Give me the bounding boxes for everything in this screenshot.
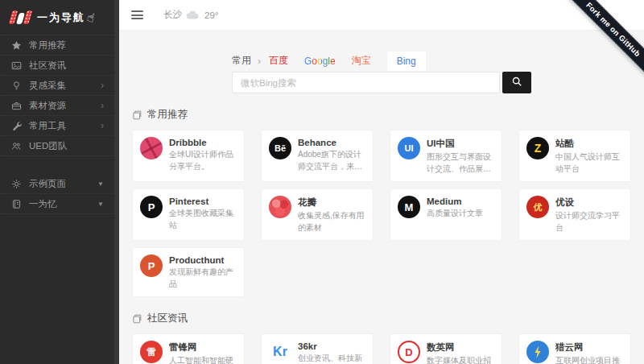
site-card[interactable]: P Producthunt 发现新鲜有趣的产品 (132, 247, 245, 297)
chevron-right-icon: › (101, 100, 104, 111)
site-icon: P (140, 196, 163, 218)
sidebar-item-label: 社区资讯 (29, 60, 104, 72)
chevron-right-icon: › (101, 120, 104, 131)
site-card[interactable]: UI UI中国 图形交互与界面设计交流、作品展示、学习平台。 (390, 130, 502, 182)
sidebar-item-example-pages[interactable]: 示例页面 ▼ (0, 174, 114, 194)
site-card[interactable]: 雷 雷锋网 人工智能和智能硬件领域的互联网科技媒体 (132, 333, 245, 364)
site-card[interactable]: 优 优设 设计师交流学习平台 (518, 188, 631, 241)
sidebar-item-resources[interactable]: 素材资源 › (0, 96, 114, 116)
site-card-text: Producthunt 发现新鲜有趣的产品 (169, 254, 237, 290)
search-button[interactable] (502, 72, 531, 93)
site-card[interactable]: D 数英网 数字媒体及职业招聘网站 (390, 333, 502, 364)
search-box (232, 72, 531, 93)
site-desc: 高质量设计文章 (427, 208, 483, 220)
sidebar-item-yiweiyi[interactable]: 一为忆 ▼ (0, 194, 114, 214)
site-icon (269, 196, 291, 218)
site-icon: UI (398, 137, 420, 159)
site-title: 优设 (555, 196, 623, 209)
site-name: 一为导航 (37, 10, 85, 25)
site-card-text: 猎云网 互联网创业项目推荐和创业创新资讯 (555, 341, 623, 364)
sidebar-item-inspiration[interactable]: 灵感采集 › (0, 76, 114, 96)
site-desc: 全球UI设计师作品分享平台。 (169, 149, 237, 172)
sidebar-item-label: 常用工具 (29, 120, 101, 132)
site-icon (526, 341, 549, 363)
weather-temperature: 29° (204, 10, 218, 20)
search-engine-tabs: 常用 › 百度 Google 淘宝 Bing (232, 50, 531, 72)
site-card-text: 数英网 数字媒体及职业招聘网站 (427, 341, 494, 364)
site-card[interactable]: Kr 36kr 创业资讯、科技新闻 (261, 333, 374, 364)
site-card[interactable]: Z 站酷 中国人气设计师互动平台 (518, 130, 631, 182)
site-card-text: Medium 高质量设计文章 (427, 196, 483, 220)
site-card-text: Dribbble 全球UI设计师作品分享平台。 (169, 137, 237, 172)
sidebar-item-community[interactable]: 社区资讯 (0, 56, 114, 76)
site-icon: D (398, 341, 420, 363)
sidebar-divider (0, 156, 114, 174)
site-desc: Adobe旗下的设计师交流平台，来自世界各地的设计师在这里分享... (298, 149, 365, 172)
site-icon: Kr (269, 341, 291, 363)
cloud-icon (186, 10, 200, 21)
search-input[interactable] (232, 72, 500, 93)
site-title: Behance (298, 138, 365, 147)
site-icon: Z (526, 137, 549, 159)
site-card[interactable]: Dribbble 全球UI设计师作品分享平台。 (132, 130, 245, 182)
site-title: 雷锋网 (169, 341, 237, 354)
sidebar-item-ued-team[interactable]: UED团队 (0, 136, 114, 156)
site-card-text: UI中国 图形交互与界面设计交流、作品展示、学习平台。 (427, 137, 494, 175)
tab-bing[interactable]: Bing (387, 52, 426, 71)
section-header: 常用推荐 (132, 108, 631, 122)
users-icon (10, 140, 22, 151)
site-desc: 设计师交流学习平台 (555, 210, 623, 234)
card-grid: Dribbble 全球UI设计师作品分享平台。 Bē Behance Adobe… (132, 130, 631, 297)
site-title: 花瓣 (298, 196, 365, 209)
sidebar-item-recommend[interactable]: 常用推荐 (0, 35, 114, 56)
section-title: 社区资讯 (147, 312, 188, 325)
tab-baidu[interactable]: 百度 (269, 50, 288, 72)
site-card-text: 优设 设计师交流学习平台 (555, 196, 623, 234)
search-category-label: 常用 (232, 54, 251, 68)
card-grid: 雷 雷锋网 人工智能和智能硬件领域的互联网科技媒体 Kr 36kr 创业资讯、科… (132, 333, 631, 364)
site-card[interactable]: P Pinterest 全球美图收藏采集站 (132, 188, 245, 241)
search-icon (511, 76, 522, 89)
notebook-icon (10, 198, 22, 209)
site-desc: 数字媒体及职业招聘网站 (427, 355, 494, 364)
site-card[interactable]: Bē Behance Adobe旗下的设计师交流平台，来自世界各地的设计师在这里… (261, 130, 374, 182)
section-header: 社区资讯 (132, 312, 631, 325)
site-icon: M (398, 196, 420, 218)
site-card-text: 花瓣 收集灵感,保存有用的素材 (298, 196, 365, 234)
site-card[interactable]: M Medium 高质量设计文章 (390, 188, 502, 241)
site-card-text: 站酷 中国人气设计师互动平台 (555, 137, 623, 175)
site-card-text: Pinterest 全球美图收藏采集站 (169, 196, 237, 231)
site-title: 猎云网 (555, 341, 623, 354)
site-icon: Bē (269, 137, 291, 159)
briefcase-icon (10, 100, 22, 111)
site-card[interactable]: 花瓣 收集灵感,保存有用的素材 (261, 188, 374, 241)
site-title: 36kr (298, 341, 365, 351)
site-title: Dribbble (169, 138, 237, 147)
weather-widget: 长沙 29° (163, 9, 218, 21)
tab-taobao[interactable]: 淘宝 (352, 50, 371, 72)
site-desc: 中国人气设计师互动平台 (555, 151, 623, 175)
bookmark-icon (132, 314, 142, 324)
search-area: 常用 › 百度 Google 淘宝 Bing (232, 50, 531, 93)
site-title: Pinterest (169, 196, 237, 206)
caret-down-icon: ▼ (97, 201, 104, 208)
image-icon (10, 60, 22, 71)
section: 常用推荐 Dribbble 全球UI设计师作品分享平台。 Bē Behance … (132, 108, 631, 297)
lightbulb-icon (10, 80, 22, 91)
section: 社区资讯 雷 雷锋网 人工智能和智能硬件领域的互联网科技媒体 Kr 36kr 创… (132, 312, 631, 364)
site-card-text: 雷锋网 人工智能和智能硬件领域的互联网科技媒体 (169, 341, 237, 364)
site-title: Producthunt (169, 255, 237, 265)
logo-w-icon (10, 10, 32, 24)
site-card[interactable]: 猎云网 互联网创业项目推荐和创业创新资讯 (518, 333, 631, 364)
sidebar-item-tools[interactable]: 常用工具 › (0, 116, 114, 136)
sidebar: 一为导航 ☝ 常用推荐 社区资讯 灵感采集 › 素材资源 › 常用工具 › UE… (0, 0, 119, 364)
site-desc: 互联网创业项目推荐和创业创新资讯 (555, 355, 623, 364)
sidebar-item-label: 示例页面 (29, 178, 97, 190)
logo[interactable]: 一为导航 ☝ (0, 0, 114, 35)
site-title: UI中国 (427, 138, 494, 150)
tab-google[interactable]: Google (304, 52, 336, 71)
site-title: 站酷 (555, 138, 623, 150)
site-title: Medium (427, 196, 483, 206)
site-desc: 图形交互与界面设计交流、作品展示、学习平台。 (427, 151, 494, 175)
menu-toggle-button[interactable] (131, 9, 143, 22)
